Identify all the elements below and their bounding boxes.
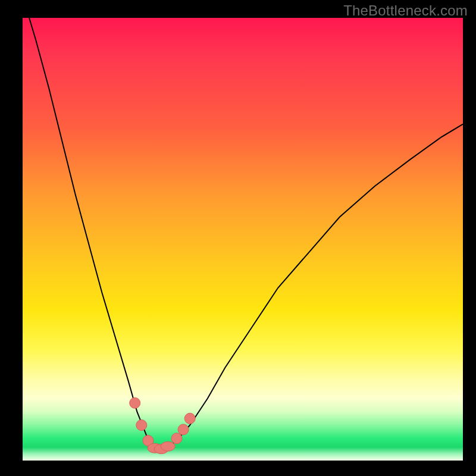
- marker-point: [171, 433, 182, 444]
- marker-point: [161, 441, 175, 451]
- plot-area: [23, 18, 463, 461]
- highlighted-points: [130, 397, 196, 453]
- chart-frame: TheBottleneck.com: [0, 0, 476, 476]
- curve-layer: [23, 18, 463, 461]
- watermark-text: TheBottleneck.com: [343, 2, 468, 19]
- marker-point: [130, 397, 140, 408]
- bottleneck-curve: [23, 0, 463, 449]
- marker-point: [178, 424, 189, 435]
- marker-point: [184, 413, 195, 424]
- marker-point: [136, 420, 147, 431]
